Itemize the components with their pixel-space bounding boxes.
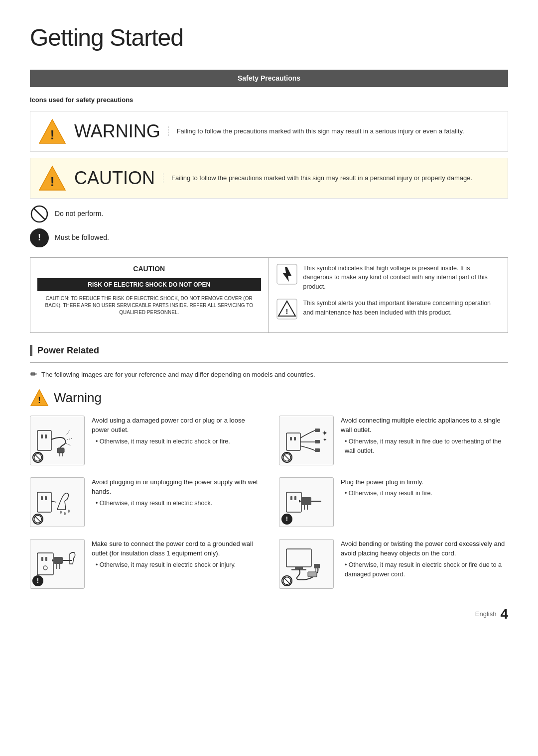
power-item-2-main: Avoid connecting multiple electric appli…: [341, 416, 508, 435]
power-item-3-bullet: Otherwise, it may result in electric sho…: [92, 499, 259, 508]
svg-text:✦: ✦: [322, 429, 328, 437]
footer-page-number: 4: [500, 604, 508, 625]
svg-rect-53: [54, 557, 63, 564]
power-item-5-main: Make sure to connect the power cord to a…: [92, 539, 259, 558]
do-not-badge-1: [32, 452, 43, 463]
high-voltage-row: This symbol indicates that high voltage …: [276, 264, 500, 292]
svg-marker-7: [282, 267, 291, 282]
do-not-row: Do not perform.: [30, 205, 508, 223]
svg-line-21: [66, 443, 71, 445]
caution-label: CAUTION: [74, 165, 155, 192]
power-item-6-text: Avoid bending or twisting the power cord…: [341, 539, 508, 579]
power-item-5: ! Make sure to connect the power cord to…: [30, 539, 259, 589]
power-item-6: Avoid bending or twisting the power cord…: [279, 539, 508, 589]
svg-rect-26: [294, 437, 296, 440]
warning-heading-icon: !: [30, 388, 49, 407]
power-related-divider: Power Related: [30, 344, 508, 357]
caution-box-title: CAUTION: [37, 264, 261, 274]
do-not-label: Do not perform.: [55, 209, 103, 219]
important-lit-row: ! This symbol alerts you that important …: [276, 299, 500, 320]
high-voltage-text: This symbol indicates that high voltage …: [303, 264, 500, 292]
svg-text:!: !: [38, 396, 40, 405]
power-item-5-image: !: [30, 539, 85, 589]
caution-left-panel: CAUTION RISK OF ELECTRIC SHOCK DO NOT OP…: [30, 258, 269, 332]
power-item-6-image: [279, 539, 334, 589]
power-item-3-text: Avoid plugging in or unplugging the powe…: [92, 477, 259, 508]
warning-desc: Failing to follow the precautions marked…: [168, 126, 500, 136]
svg-line-20: [67, 438, 73, 439]
svg-point-39: [68, 510, 70, 513]
svg-line-65: [284, 578, 290, 584]
power-item-4-image: !: [279, 477, 334, 527]
power-items-grid: Avoid using a damaged power cord or plug…: [30, 416, 508, 589]
power-item-1: Avoid using a damaged power cord or plug…: [30, 416, 259, 465]
must-follow-icon: !: [30, 228, 49, 247]
power-item-5-text: Make sure to connect the power cord to a…: [92, 539, 259, 570]
svg-rect-29: [315, 448, 320, 452]
must-follow-label: Must be followed.: [55, 232, 109, 243]
icons-label: Icons used for safety precautions: [30, 95, 508, 105]
svg-line-41: [35, 516, 41, 522]
svg-rect-35: [41, 496, 43, 500]
power-item-1-main: Avoid using a damaged power cord or plug…: [92, 416, 259, 435]
must-follow-row: ! Must be followed.: [30, 228, 508, 247]
power-item-1-bullet: Otherwise, it may result in electric sho…: [92, 437, 259, 446]
power-item-4-text: Plug the power plug in firmly. Otherwise…: [341, 477, 508, 498]
pencil-icon: ✏: [30, 368, 37, 381]
power-item-4-bullet: Otherwise, it may result in fire.: [341, 489, 508, 498]
svg-rect-28: [315, 440, 320, 443]
caution-box-body: CAUTION: TO REDUCE THE RISK OF ELECTRIC …: [37, 295, 261, 316]
caution-row: ! CAUTION Failing to follow the precauti…: [30, 158, 508, 199]
svg-rect-57: [286, 549, 311, 567]
do-not-badge-icon-6: [282, 576, 291, 585]
footer: English 4: [30, 604, 508, 625]
section-bar: [30, 345, 32, 356]
power-item-2-text: Avoid connecting multiple electric appli…: [341, 416, 508, 456]
important-lit-text: This symbol alerts you that important li…: [303, 299, 500, 318]
power-item-2-bullet: Otherwise, it may result in fire due to …: [341, 437, 508, 456]
power-item-3-main: Avoid plugging in or unplugging the powe…: [92, 477, 259, 497]
power-item-3-image: [30, 477, 85, 527]
power-item-6-main: Avoid bending or twisting the power cord…: [341, 539, 508, 558]
high-voltage-icon: [276, 264, 297, 285]
svg-point-37: [60, 511, 62, 514]
reference-note-text: The following images are for your refere…: [41, 370, 315, 380]
risk-bar: RISK OF ELECTRIC SHOCK DO NOT OPEN: [37, 278, 261, 291]
svg-rect-25: [290, 437, 292, 440]
power-item-1-text: Avoid using a damaged power cord or plug…: [92, 416, 259, 446]
caution-desc: Failing to follow the precautions marked…: [163, 173, 500, 183]
do-not-badge-6: [281, 575, 292, 586]
svg-rect-24: [286, 433, 300, 450]
svg-text:!: !: [50, 127, 55, 142]
svg-text:!: !: [50, 174, 55, 189]
svg-rect-49: [37, 553, 53, 575]
svg-rect-44: [294, 496, 296, 500]
do-not-badge-icon-3: [33, 515, 42, 524]
footer-lang: English: [475, 609, 497, 619]
do-not-badge-icon-2: [282, 453, 291, 462]
svg-rect-45: [301, 497, 311, 505]
svg-rect-58: [295, 567, 303, 569]
caution-right-panel: This symbol indicates that high voltage …: [269, 258, 508, 332]
do-not-badge-icon-1: [33, 453, 42, 462]
svg-rect-50: [41, 557, 43, 561]
svg-rect-36: [45, 496, 47, 500]
safety-precautions-header: Safety Precautions: [30, 70, 508, 87]
warning-label: WARNING: [74, 118, 160, 145]
page-title: Getting Started: [30, 20, 508, 56]
svg-line-33: [284, 454, 290, 460]
power-item-2-image: ✦ ✦: [279, 416, 334, 465]
svg-text:✦: ✦: [323, 437, 327, 442]
power-item-1-image: [30, 416, 85, 465]
power-item-4-main: Plug the power plug in firmly.: [341, 477, 508, 487]
svg-rect-15: [45, 434, 47, 438]
svg-line-23: [35, 454, 41, 460]
section-line: [30, 362, 508, 363]
do-not-icon: [30, 205, 49, 223]
caution-section: CAUTION RISK OF ELECTRIC SHOCK DO NOT OP…: [30, 257, 508, 333]
svg-point-52: [43, 566, 47, 570]
important-lit-icon: !: [276, 299, 297, 320]
svg-line-19: [66, 431, 70, 435]
must-follow-badge-4: !: [281, 514, 292, 525]
svg-rect-13: [37, 431, 51, 450]
